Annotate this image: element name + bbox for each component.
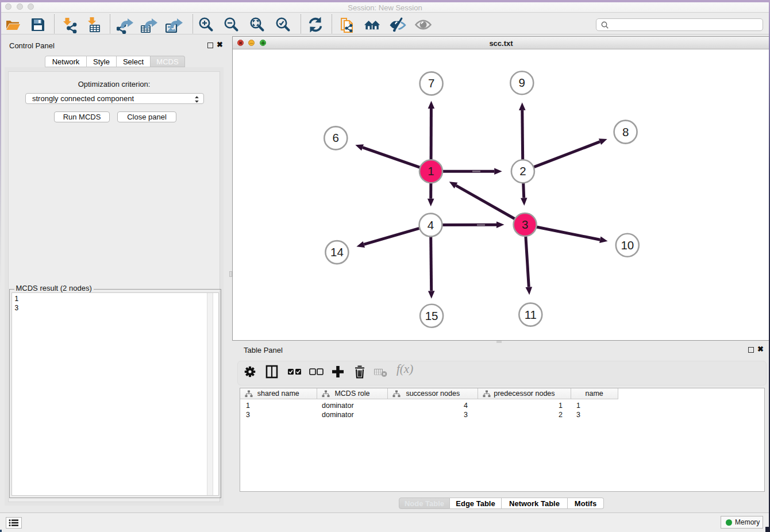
- svg-text:8: 8: [622, 125, 629, 138]
- svg-text:1: 1: [428, 164, 434, 178]
- svg-text:2: 2: [519, 164, 526, 178]
- svg-text:6: 6: [333, 131, 339, 144]
- svg-text:14: 14: [330, 245, 344, 259]
- svg-text:3: 3: [522, 218, 528, 231]
- svg-text:11: 11: [525, 308, 537, 321]
- svg-text:9: 9: [519, 76, 525, 89]
- svg-text:4: 4: [428, 218, 434, 232]
- svg-text:7: 7: [428, 76, 434, 90]
- svg-text:15: 15: [425, 309, 438, 322]
- svg-text:10: 10: [621, 238, 634, 252]
